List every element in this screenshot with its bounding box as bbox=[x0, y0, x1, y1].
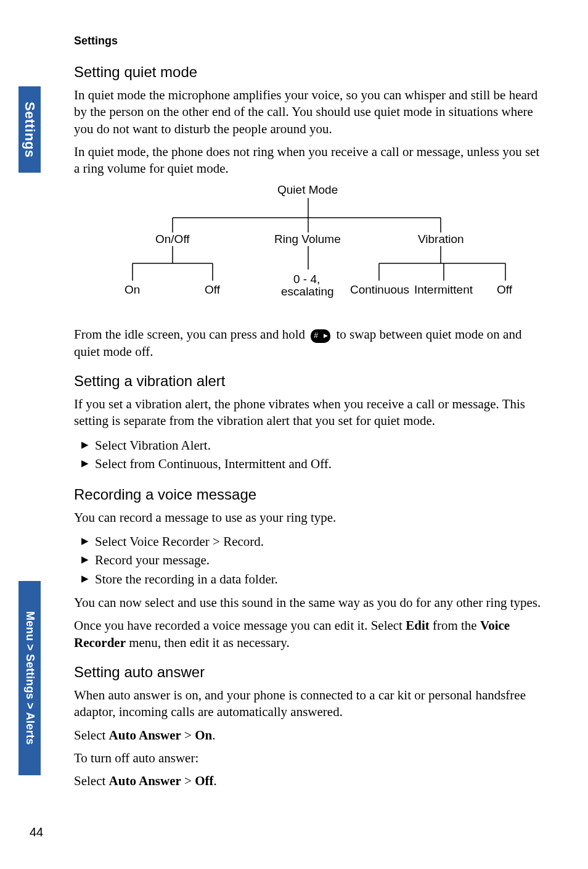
heading-auto-answer: Setting auto answer bbox=[74, 664, 542, 681]
text: Select bbox=[74, 773, 109, 788]
para: Once you have recorded a voice message y… bbox=[74, 617, 542, 651]
para: When auto answer is on, and your phone i… bbox=[74, 687, 542, 721]
para: Select Auto Answer > On. bbox=[74, 727, 542, 744]
text-bold: Intermittent bbox=[224, 456, 285, 471]
para: To turn off auto answer: bbox=[74, 750, 542, 767]
quiet-mode-tree-diagram: Quiet Mode On/Off Ring Volume Vibration … bbox=[99, 183, 518, 313]
tree-node-on: On bbox=[125, 283, 140, 297]
tree-node-intermittent: Intermittent bbox=[414, 283, 473, 297]
tree-node-range1: 0 - 4, bbox=[293, 273, 320, 286]
list-item: Select from Continuous, Intermittent and… bbox=[81, 455, 542, 473]
tree-node-vibration: Vibration bbox=[418, 233, 464, 246]
text: Select bbox=[95, 438, 129, 453]
list-item: Select Voice Recorder > Record. bbox=[81, 532, 542, 551]
para: From the idle screen, you can press and … bbox=[74, 326, 542, 360]
tree-node-range2: escalating bbox=[281, 285, 334, 299]
text-bold: Record bbox=[223, 534, 261, 549]
para: In quiet mode, the phone does not ring w… bbox=[74, 144, 542, 178]
page-number: 44 bbox=[30, 825, 43, 839]
text: Select bbox=[95, 534, 129, 549]
text: Select bbox=[74, 728, 109, 743]
list-item: Store the recording in a data folder. bbox=[81, 570, 542, 588]
running-head: Settings bbox=[74, 35, 542, 47]
para: If you set a vibration alert, the phone … bbox=[74, 396, 542, 430]
text: Select from bbox=[95, 456, 158, 471]
para: In quiet mode the microphone amplifies y… bbox=[74, 87, 542, 138]
side-tab-breadcrumb-label: Menu > Settings > Alerts bbox=[23, 611, 36, 745]
side-tab-section-label: Settings bbox=[22, 102, 38, 158]
text: . bbox=[208, 438, 211, 453]
text-bold: On bbox=[195, 728, 212, 743]
para: You can now select and use this sound in… bbox=[74, 595, 542, 611]
text: and bbox=[285, 456, 311, 471]
heading-recording: Recording a voice message bbox=[74, 486, 542, 503]
tree-node-onoff: On/Off bbox=[155, 233, 190, 246]
text: > bbox=[181, 728, 195, 743]
text: > bbox=[210, 534, 223, 549]
text-bold: Vibration Alert bbox=[129, 438, 207, 453]
list-item: Record your message. bbox=[81, 551, 542, 569]
text: > bbox=[181, 773, 195, 788]
heading-quiet-mode: Setting quiet mode bbox=[74, 64, 542, 81]
text-bold: Voice Recorder bbox=[129, 534, 210, 549]
text-bold: Off bbox=[195, 773, 213, 788]
text: Once you have recorded a voice message y… bbox=[74, 618, 406, 633]
text: . bbox=[212, 728, 215, 743]
list-item: Select Vibration Alert. bbox=[81, 436, 542, 455]
text-bold: Edit bbox=[406, 618, 430, 633]
text: from the bbox=[430, 618, 480, 633]
text-bold: Off bbox=[311, 456, 329, 471]
tree-node-ringvol: Ring Volume bbox=[274, 233, 341, 246]
tree-node-voff: Off bbox=[497, 283, 512, 297]
bullet-list: Select Voice Recorder > Record. Record y… bbox=[74, 532, 542, 588]
side-tab-breadcrumb: Menu > Settings > Alerts bbox=[18, 581, 41, 775]
tree-node-off: Off bbox=[205, 283, 220, 297]
para: Select Auto Answer > Off. bbox=[74, 773, 542, 789]
tree-node-root: Quiet Mode bbox=[277, 183, 338, 197]
text: , bbox=[218, 456, 225, 471]
text: menu, then edit it as necessary. bbox=[126, 635, 290, 650]
text: . bbox=[214, 773, 217, 788]
text: From the idle screen, you can press and … bbox=[74, 327, 308, 342]
heading-vibration-alert: Setting a vibration alert bbox=[74, 373, 542, 390]
text-bold: Continuous bbox=[158, 456, 218, 471]
hash-key-icon bbox=[311, 329, 330, 343]
text-bold: Auto Answer bbox=[109, 773, 181, 788]
page-content: Settings Setting quiet mode In quiet mod… bbox=[74, 35, 542, 796]
text: . bbox=[261, 534, 264, 549]
text: . bbox=[329, 456, 332, 471]
para: You can record a message to use as your … bbox=[74, 509, 542, 526]
bullet-list: Select Vibration Alert. Select from Cont… bbox=[74, 436, 542, 474]
tree-node-continuous: Continuous bbox=[350, 283, 409, 297]
text-bold: Auto Answer bbox=[109, 728, 181, 743]
side-tab-section: Settings bbox=[18, 86, 41, 173]
